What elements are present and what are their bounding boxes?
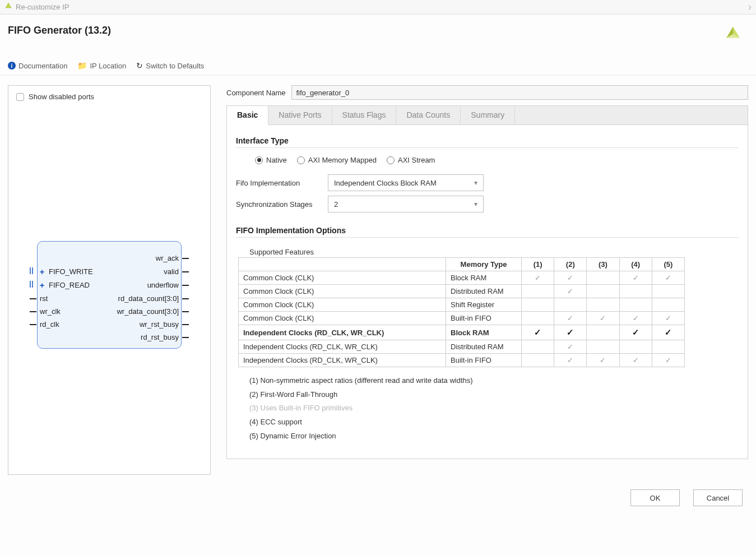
- cell-mark: [522, 354, 554, 367]
- titlebar: Re-customize IP ›: [0, 0, 756, 15]
- cell-memory: Distributed RAM: [446, 285, 522, 298]
- port-stub-icon: [182, 298, 189, 299]
- port-stub-icon: [182, 311, 189, 312]
- cell-mark: ✓: [652, 325, 684, 340]
- port-label: wr_rst_busy: [140, 320, 179, 329]
- table-row[interactable]: Independent Clocks (RD_CLK, WR_CLK)Block…: [239, 325, 685, 340]
- tab-basic[interactable]: Basic: [227, 106, 268, 125]
- expand-icon[interactable]: +: [39, 269, 45, 275]
- section-fifo-options: FIFO Implementation Options: [236, 226, 739, 235]
- table-row[interactable]: Common Clock (CLK)Distributed RAM✓: [239, 285, 685, 298]
- ip-block-diagram: + FIFO_WRITE + FIFO_READ rst wr_clk: [37, 241, 182, 349]
- cell-mark: [587, 340, 619, 354]
- port-label: FIFO_WRITE: [49, 267, 93, 276]
- port-stub-icon: [30, 298, 36, 299]
- cell-mark: ✓: [619, 325, 652, 340]
- component-name-label: Component Name: [226, 89, 286, 97]
- documentation-label: Documentation: [18, 62, 67, 70]
- port-label: valid: [164, 267, 179, 276]
- refresh-icon: ↻: [136, 61, 143, 70]
- cell-mark: [619, 285, 652, 298]
- col-memory: Memory Type: [446, 258, 522, 271]
- documentation-button[interactable]: i Documentation: [8, 62, 67, 70]
- cell-mark: ✓: [554, 325, 587, 340]
- cell-mark: ✓: [619, 271, 652, 285]
- ok-button[interactable]: OK: [630, 489, 680, 506]
- fifo-impl-select[interactable]: Independent Clocks Block RAM ▾: [328, 174, 484, 191]
- table-row[interactable]: Common Clock (CLK)Block RAM✓✓✓✓: [239, 271, 685, 285]
- folder-icon: 📁: [77, 61, 87, 70]
- note-line: (1) Non-symmetric aspect ratios (differe…: [249, 374, 739, 388]
- radio-label: AXI Memory Mapped: [308, 156, 377, 164]
- info-icon: i: [8, 62, 16, 70]
- expand-icon[interactable]: +: [39, 282, 45, 289]
- cell-memory: Block RAM: [446, 325, 522, 340]
- note-line: (4) ECC support: [249, 415, 739, 429]
- table-row[interactable]: Common Clock (CLK)Built-in FIFO✓✓✓✓: [239, 312, 685, 325]
- ip-location-button[interactable]: 📁 IP Location: [77, 61, 126, 70]
- note-line: (3) Uses Built-in FIFO primitives: [249, 401, 739, 415]
- tab-native-ports[interactable]: Native Ports: [268, 106, 332, 124]
- section-interface-type: Interface Type: [236, 136, 739, 145]
- radio-native[interactable]: Native: [255, 156, 287, 164]
- cell-memory: Distributed RAM: [446, 340, 522, 354]
- cell-memory: Built-in FIFO: [446, 354, 522, 367]
- cell-mark: ✓: [554, 312, 587, 325]
- cell-mark: [587, 298, 619, 312]
- col-1: (1): [522, 258, 554, 271]
- sync-stages-select[interactable]: 2 ▾: [328, 196, 484, 212]
- port-stub-icon: [182, 337, 189, 338]
- chevron-down-icon: ▾: [474, 200, 477, 208]
- port-label: wr_clk: [40, 307, 61, 316]
- table-row[interactable]: Common Clock (CLK)Shift Register: [239, 298, 685, 312]
- features-table: Memory Type (1) (2) (3) (4) (5) Common C…: [238, 257, 685, 367]
- radio-axi-stream[interactable]: AXI Stream: [387, 156, 435, 164]
- vendor-logo-icon: [723, 25, 743, 45]
- select-value: 2: [334, 200, 338, 209]
- cell-mark: [619, 298, 652, 312]
- cell-mark: [522, 298, 554, 312]
- cell-clock: Common Clock (CLK): [239, 312, 446, 325]
- note-line: (5) Dynamic Error Injection: [249, 429, 739, 443]
- cell-clock: Common Clock (CLK): [239, 298, 446, 312]
- cell-mark: ✓: [652, 312, 684, 325]
- table-row[interactable]: Independent Clocks (RD_CLK, WR_CLK)Distr…: [239, 340, 685, 354]
- port-stub-icon: [30, 324, 36, 325]
- col-4: (4): [619, 258, 652, 271]
- cancel-button[interactable]: Cancel: [693, 489, 743, 506]
- show-disabled-checkbox[interactable]: [16, 93, 24, 101]
- cell-clock: Independent Clocks (RD_CLK, WR_CLK): [239, 325, 446, 340]
- cell-clock: Common Clock (CLK): [239, 271, 446, 285]
- bus-icon: [30, 267, 35, 276]
- radio-axi-memory-mapped[interactable]: AXI Memory Mapped: [297, 156, 377, 164]
- cell-mark: ✓: [522, 325, 554, 340]
- col-3: (3): [587, 258, 619, 271]
- radio-label: Native: [266, 156, 287, 164]
- port-label: rd_data_count[3:0]: [118, 294, 179, 303]
- port-label: underflow: [147, 281, 179, 289]
- radio-label: AXI Stream: [398, 156, 435, 164]
- tab-data-counts[interactable]: Data Counts: [396, 106, 461, 124]
- col-clock: [239, 258, 446, 271]
- cell-mark: [652, 285, 684, 298]
- cell-mark: ✓: [522, 271, 554, 285]
- tab-status-flags[interactable]: Status Flags: [332, 106, 397, 124]
- component-name-input[interactable]: [291, 85, 749, 100]
- col-2: (2): [554, 258, 587, 271]
- port-stub-icon: [182, 285, 189, 286]
- notes-list: (1) Non-symmetric aspect ratios (differe…: [249, 374, 739, 443]
- tab-summary[interactable]: Summary: [461, 106, 515, 124]
- cell-mark: ✓: [554, 354, 587, 367]
- port-label: rst: [40, 294, 48, 303]
- show-disabled-label: Show disabled ports: [29, 92, 94, 101]
- table-row[interactable]: Independent Clocks (RD_CLK, WR_CLK)Built…: [239, 354, 685, 367]
- cell-clock: Independent Clocks (RD_CLK, WR_CLK): [239, 340, 446, 354]
- cell-mark: [522, 285, 554, 298]
- cell-mark: ✓: [619, 312, 652, 325]
- right-panel: Component Name Basic Native Ports Status…: [226, 85, 748, 459]
- switch-defaults-button[interactable]: ↻ Switch to Defaults: [136, 61, 204, 70]
- cell-mark: [587, 271, 619, 285]
- app-logo-icon: [4, 2, 12, 12]
- cell-mark: ✓: [652, 271, 684, 285]
- cell-mark: [522, 312, 554, 325]
